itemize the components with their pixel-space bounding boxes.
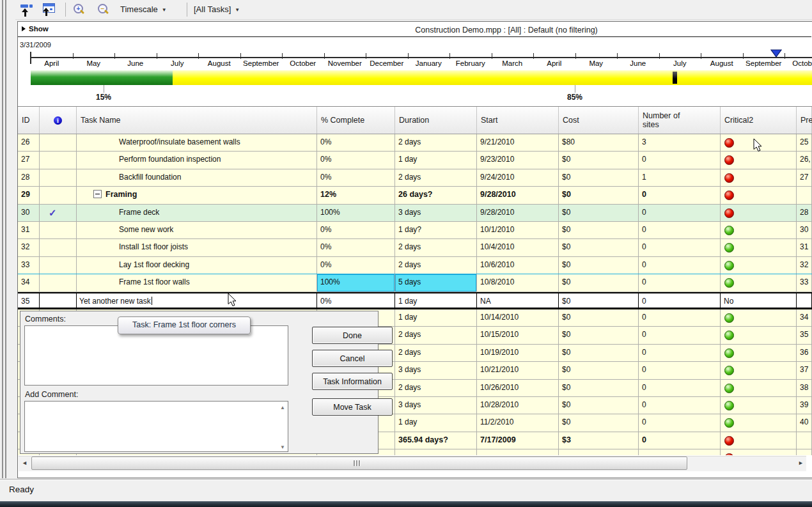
cell-critical[interactable] [721, 380, 797, 397]
blue-triangle-marker[interactable] [770, 49, 782, 58]
cell-critical[interactable] [721, 362, 797, 379]
cell-id[interactable]: 35 [18, 293, 40, 308]
cell-sites[interactable]: 0 [639, 257, 721, 274]
cell-info[interactable] [40, 293, 77, 308]
cell-name[interactable]: Install 1st floor joists [77, 239, 317, 256]
cell-cost[interactable]: $0 [559, 152, 639, 169]
cell-duration[interactable]: 2 days [395, 380, 477, 397]
cell-name[interactable]: Some new work [77, 222, 317, 239]
cell-cost[interactable]: $80 [559, 134, 639, 152]
cell-critical[interactable] [721, 432, 797, 449]
cell-start[interactable]: 10/15/2010 [477, 327, 559, 344]
add-comment-box[interactable] [24, 401, 288, 452]
cell-duration[interactable]: 3 days [395, 362, 477, 379]
cell-critical[interactable] [721, 239, 797, 256]
cell-sites[interactable]: 0 [639, 327, 721, 344]
cell-cost[interactable]: $0 [559, 205, 639, 222]
cell-start[interactable]: 10/1/2010 [477, 222, 559, 239]
cell-pct[interactable]: 100% [317, 274, 395, 292]
cell-sites[interactable]: 0 [639, 239, 721, 256]
scroll-up-icon[interactable]: ▲ [280, 405, 285, 410]
cell-critical[interactable] [721, 169, 797, 187]
cancel-button[interactable]: Cancel [312, 350, 393, 367]
table-row[interactable]: 27Perform foundation inspection0%1 day9/… [18, 152, 812, 169]
cell-critical[interactable] [721, 205, 797, 222]
cell-id[interactable]: 33 [18, 257, 40, 274]
table-row[interactable]: 35Yet another new task0%1 dayNA$00No [18, 292, 812, 309]
cell-cost[interactable]: $0 [559, 327, 639, 344]
cell-duration[interactable]: 26 days? [395, 187, 477, 204]
task-information-button[interactable]: Task Information [312, 373, 393, 390]
cell-name[interactable]: Frame deck [77, 205, 317, 222]
cell-pre[interactable]: 25 [797, 134, 812, 152]
cell-pct[interactable]: 12% [317, 187, 395, 204]
cell-id[interactable]: 27 [18, 152, 40, 169]
cell-pct[interactable]: 0% [317, 169, 395, 187]
cell-duration[interactable]: 1 day [395, 414, 477, 432]
cell-critical[interactable] [721, 327, 797, 344]
cell-start[interactable]: 11/2/2010 [477, 414, 559, 432]
column-header-duration[interactable]: Duration [395, 107, 477, 134]
cell-name[interactable]: Lay 1st floor decking [77, 257, 317, 274]
cell-sites[interactable]: 0 [639, 152, 721, 169]
table-row[interactable]: 31Some new work0%1 day?10/1/2010$0030 [18, 222, 812, 239]
cell-info[interactable] [40, 257, 77, 274]
cell-info[interactable] [40, 152, 77, 169]
cell-duration[interactable]: 3 days [395, 397, 477, 414]
cell-cost[interactable]: $0 [559, 345, 639, 362]
cell-critical[interactable] [721, 222, 797, 239]
cell-start[interactable]: 10/6/2010 [477, 257, 559, 274]
scroll-to-task-icon[interactable] [19, 3, 36, 17]
cell-name[interactable]: Framing [77, 187, 317, 204]
cell-critical[interactable] [721, 345, 797, 362]
cell-start[interactable]: 9/21/2010 [477, 134, 559, 152]
cell-duration[interactable]: 1 day [395, 309, 477, 327]
cell-duration[interactable] [395, 449, 477, 455]
cell-name[interactable]: Frame 1st floor walls [77, 274, 317, 292]
cell-start[interactable]: 10/8/2010 [477, 274, 559, 292]
comments-box[interactable] [24, 325, 288, 386]
cell-id[interactable]: 29 [18, 187, 40, 204]
cell-start[interactable]: 10/4/2010 [477, 239, 559, 256]
cell-pre[interactable]: 39 [797, 397, 812, 414]
cell-sites[interactable]: 0 [639, 414, 721, 432]
cell-id[interactable]: 28 [18, 169, 40, 187]
cell-start[interactable]: 9/23/2010 [477, 152, 559, 169]
done-button[interactable]: Done [312, 327, 393, 344]
cell-start[interactable]: NA [477, 293, 559, 308]
cell-duration[interactable]: 5 days [395, 274, 477, 292]
column-header-id[interactable]: ID [18, 107, 40, 134]
scroll-down-icon[interactable]: ▼ [280, 444, 285, 450]
cell-pre[interactable]: 33 [797, 274, 812, 292]
cell-sites[interactable] [639, 449, 721, 455]
cell-cost[interactable]: $0 [559, 397, 639, 414]
cell-critical[interactable] [721, 309, 797, 327]
cell-start[interactable]: 9/28/2010 [477, 205, 559, 222]
cell-id[interactable]: 30 [18, 205, 40, 222]
cell-pct[interactable]: 0% [317, 134, 395, 152]
cell-sites[interactable]: 0 [639, 309, 721, 327]
cell-pct[interactable]: 0% [317, 257, 395, 274]
cell-sites[interactable]: 3 [639, 134, 721, 152]
column-header-cost[interactable]: Cost [559, 107, 639, 134]
cell-start[interactable]: 9/28/2010 [477, 187, 559, 204]
cell-start[interactable]: 10/21/2010 [477, 362, 559, 379]
cell-duration[interactable]: 365.94 days? [395, 432, 477, 449]
cell-duration[interactable]: 2 days [395, 134, 477, 152]
cell-critical[interactable] [721, 397, 797, 414]
cell-critical[interactable] [721, 152, 797, 169]
cell-critical[interactable] [721, 274, 797, 292]
cell-sites[interactable]: 0 [639, 432, 721, 449]
cell-duration[interactable]: 2 days [395, 257, 477, 274]
show-panel-icon[interactable] [41, 3, 58, 17]
cell-cost[interactable]: $0 [559, 222, 639, 239]
cell-cost[interactable]: $0 [559, 362, 639, 379]
cell-id[interactable]: 31 [18, 222, 40, 239]
cell-info[interactable]: ✓ [40, 205, 77, 222]
cell-pre[interactable]: 32 [797, 257, 812, 274]
cell-start[interactable]: 10/26/2010 [477, 380, 559, 397]
cell-duration[interactable]: 2 days [395, 327, 477, 344]
zoom-in-icon[interactable]: + [73, 3, 88, 17]
cell-pre[interactable] [797, 187, 812, 204]
expand-arrow-icon[interactable] [22, 26, 26, 31]
